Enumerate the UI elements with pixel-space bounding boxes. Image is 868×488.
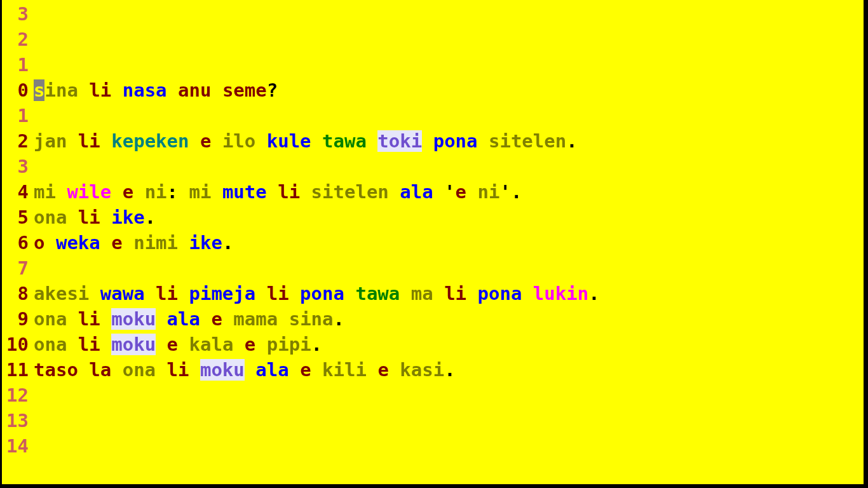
token: li (156, 283, 178, 304)
token: li (267, 283, 289, 304)
line-content[interactable]: sina li nasa anu seme? (34, 78, 864, 103)
line-content[interactable] (34, 52, 864, 78)
token: tawa (355, 283, 400, 304)
line-content[interactable] (34, 433, 864, 459)
line-content[interactable] (34, 408, 864, 433)
token (67, 130, 78, 152)
token: ? (267, 79, 278, 101)
line-number: 9 (2, 306, 29, 332)
token (100, 334, 111, 355)
line-number: 3 (2, 154, 29, 179)
line-content[interactable]: ona li moku e kala e pipi. (34, 332, 864, 357)
editor-line[interactable]: 14 (2, 433, 864, 459)
token (44, 232, 55, 254)
cursor: s (34, 79, 44, 101)
line-number: 8 (2, 281, 29, 306)
token (178, 334, 189, 355)
line-number: 2 (2, 128, 29, 154)
token (133, 181, 144, 203)
token: ala (167, 308, 200, 330)
line-content[interactable]: jan li kepeken e ilo kule tawa toki pona… (34, 128, 864, 154)
line-number: 1 (2, 52, 29, 78)
token: ala (400, 181, 433, 203)
editor-line[interactable]: 2 (2, 27, 864, 52)
editor-viewport[interactable]: 3210sina li nasa anu seme?12jan li kepek… (2, 0, 864, 484)
token: nasa (123, 79, 167, 101)
token (389, 359, 400, 381)
line-content[interactable]: akesi wawa li pimeja li pona tawa ma li … (34, 281, 864, 306)
editor-line[interactable]: 2jan li kepeken e ilo kule tawa toki pon… (2, 128, 864, 154)
editor-line[interactable]: 1 (2, 52, 864, 78)
line-number: 0 (2, 78, 29, 103)
token: kasi (400, 359, 444, 381)
line-number: 10 (2, 332, 29, 357)
token (111, 181, 122, 203)
token: o (34, 232, 44, 254)
token: ona (34, 207, 67, 228)
token (156, 308, 166, 330)
token: weka (56, 232, 100, 254)
line-number: 6 (2, 230, 29, 255)
token: ni (478, 181, 500, 203)
token (100, 130, 111, 152)
token (167, 79, 178, 101)
editor-line[interactable]: 0sina li nasa anu seme? (2, 78, 864, 103)
token (211, 79, 222, 101)
line-content[interactable]: ona li ike. (34, 205, 864, 230)
editor-line[interactable]: 13 (2, 408, 864, 433)
token: pona (300, 283, 344, 304)
editor-line[interactable]: 11taso la ona li moku ala e kili e kasi. (2, 357, 864, 383)
token: ala (255, 359, 288, 381)
line-content[interactable] (34, 255, 864, 281)
token: wile (67, 181, 111, 203)
token: taso (34, 359, 78, 381)
token (255, 283, 266, 304)
token: . (334, 308, 344, 330)
token: li (89, 79, 111, 101)
editor-line[interactable]: 3 (2, 154, 864, 179)
editor-line[interactable]: 1 (2, 103, 864, 128)
token (367, 359, 377, 381)
editor-line[interactable]: 7 (2, 255, 864, 281)
token (67, 308, 78, 330)
token: seme (222, 79, 267, 101)
editor-line[interactable]: 10ona li moku e kala e pipi. (2, 332, 864, 357)
token (189, 359, 200, 381)
editor-line[interactable]: 8akesi wawa li pimeja li pona tawa ma li… (2, 281, 864, 306)
line-content[interactable] (34, 103, 864, 128)
token (311, 359, 322, 381)
token (78, 79, 89, 101)
editor-line[interactable]: 6o weka e nimi ike. (2, 230, 864, 255)
editor-line[interactable]: 12 (2, 383, 864, 408)
token: ona (34, 334, 67, 355)
editor-line[interactable]: 5ona li ike. (2, 205, 864, 230)
token (156, 359, 166, 381)
line-number: 14 (2, 433, 29, 459)
line-content[interactable] (34, 154, 864, 179)
line-content[interactable]: taso la ona li moku ala e kili e kasi. (34, 357, 864, 383)
token (245, 359, 255, 381)
line-number: 2 (2, 27, 29, 52)
line-number: 12 (2, 383, 29, 408)
line-content[interactable] (34, 383, 864, 408)
line-content[interactable] (34, 27, 864, 52)
token: ona (123, 359, 156, 381)
editor-line[interactable]: 9ona li moku ala e mama sina. (2, 306, 864, 332)
token (123, 232, 133, 254)
token: moku (111, 334, 156, 355)
token: pona (433, 130, 478, 152)
line-content[interactable]: ona li moku ala e mama sina. (34, 306, 864, 332)
token: sitelen (311, 181, 389, 203)
line-content[interactable] (34, 1, 864, 27)
token (233, 334, 244, 355)
line-content[interactable]: o weka e nimi ike. (34, 230, 864, 255)
token: li (78, 334, 100, 355)
line-number: 7 (2, 255, 29, 281)
token (344, 283, 355, 304)
line-content[interactable]: mi wile e ni: mi mute li sitelen ala 'e … (34, 179, 864, 205)
editor-line[interactable]: 3 (2, 0, 864, 27)
editor-line[interactable]: 4mi wile e ni: mi mute li sitelen ala 'e… (2, 179, 864, 205)
token (78, 359, 89, 381)
token: . (311, 334, 322, 355)
token: kili (322, 359, 367, 381)
